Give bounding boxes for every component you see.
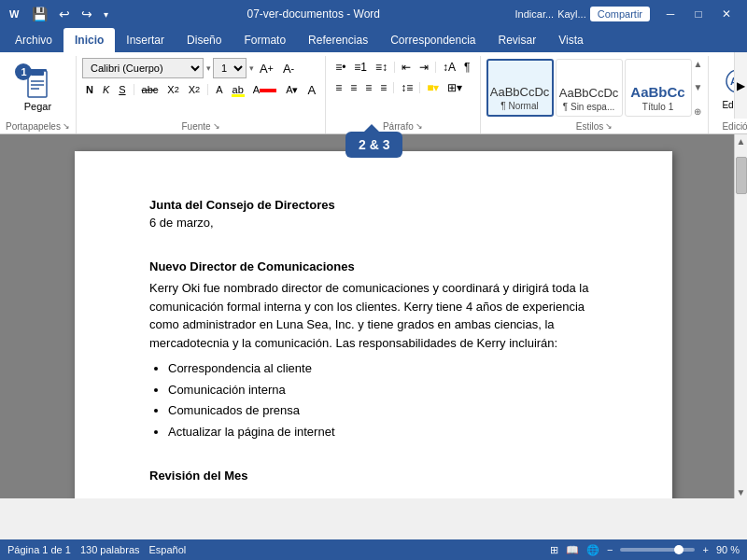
show-marks-button[interactable]: ¶ bbox=[460, 58, 473, 77]
decrease-indent-button[interactable]: ⇤ bbox=[398, 58, 415, 77]
paste-button[interactable]: 1 Pegar bbox=[19, 65, 56, 114]
restore-button[interactable]: □ bbox=[685, 1, 712, 27]
subscript-button[interactable]: X2 bbox=[163, 80, 182, 99]
align-right-button[interactable]: ≡ bbox=[361, 78, 375, 97]
undo-qat-button[interactable]: ↩ bbox=[55, 5, 74, 23]
scroll-down-button[interactable]: ▼ bbox=[735, 485, 748, 498]
list-item: Actualizar la página de internet bbox=[168, 423, 598, 441]
multilevel-list-button[interactable]: ≡↕ bbox=[372, 58, 391, 77]
web-view-icon[interactable]: 🌐 bbox=[586, 544, 599, 556]
font-name-dropdown-icon: ▾ bbox=[206, 63, 211, 73]
paste-label: Pegar bbox=[24, 101, 51, 112]
style-titulo1-preview: AaBbCc bbox=[630, 84, 684, 100]
style-sin-espacio[interactable]: AaBbCcDc ¶ Sin espa... bbox=[556, 59, 623, 117]
fuente-expand-icon[interactable]: ↘ bbox=[213, 121, 220, 131]
borders-button[interactable]: ⊞▾ bbox=[444, 78, 466, 97]
font-size-dropdown-icon: ▾ bbox=[249, 63, 254, 73]
portapapeles-expand-icon[interactable]: ↘ bbox=[63, 121, 70, 131]
highlight-button[interactable]: ab bbox=[229, 80, 247, 99]
title-bar-left: W 💾 ↩ ↪ ▾ bbox=[7, 5, 112, 23]
increase-indent-button[interactable]: ⇥ bbox=[416, 58, 432, 77]
group-estilos: AaBbCcDc ¶ Normal AaBbCcDc ¶ Sin espa...… bbox=[481, 56, 710, 133]
font-size-decrease-button[interactable]: A- bbox=[279, 59, 298, 77]
tab-formato[interactable]: Formato bbox=[233, 28, 297, 52]
style-normal-preview: AaBbCcDc bbox=[490, 85, 550, 99]
portapapeles-label: Portapapeles ↘ bbox=[6, 119, 70, 133]
ribbon-scroll-right[interactable]: ▶ bbox=[734, 52, 747, 119]
font-name-select[interactable]: Calibri (Cuerpo) bbox=[82, 58, 204, 78]
tab-correspondencia[interactable]: Correspondencia bbox=[379, 28, 486, 52]
numbered-list-button[interactable]: ≡1 bbox=[350, 58, 371, 77]
font-size-options-button[interactable]: A▾ bbox=[282, 80, 302, 99]
qat-dropdown-button[interactable]: ▾ bbox=[100, 7, 112, 21]
doc-heading: Junta del Consejo de Directores bbox=[149, 198, 598, 212]
share-button[interactable]: Compartir bbox=[590, 7, 650, 21]
tab-vista[interactable]: Vista bbox=[547, 28, 594, 52]
tab-revisar[interactable]: Revisar bbox=[487, 28, 548, 52]
style-titulo1[interactable]: AaBbCc Título 1 bbox=[625, 59, 692, 117]
status-left: Página 1 de 1 130 palabras Español bbox=[7, 544, 186, 555]
shading-button[interactable]: ■▾ bbox=[423, 78, 443, 97]
line-spacing-button[interactable]: ↕≡ bbox=[397, 78, 416, 97]
styles-more-button[interactable]: ⊕ bbox=[694, 106, 703, 117]
tab-insertar[interactable]: Insertar bbox=[115, 28, 176, 52]
zoom-thumb[interactable] bbox=[674, 545, 684, 554]
zoom-plus-button[interactable]: + bbox=[702, 544, 708, 555]
zoom-minus-button[interactable]: − bbox=[607, 544, 613, 555]
italic-button[interactable]: K bbox=[99, 80, 113, 99]
sort-button[interactable]: ↕A bbox=[439, 58, 459, 77]
align-left-button[interactable]: ≡ bbox=[331, 78, 345, 97]
save-qat-button[interactable]: 💾 bbox=[28, 5, 51, 23]
justify-button[interactable]: ≡ bbox=[376, 78, 390, 97]
list-item: Comunicación interna bbox=[168, 381, 598, 399]
window-controls: ─ □ ✕ bbox=[657, 1, 740, 27]
font-size-select[interactable]: 14 bbox=[213, 58, 247, 78]
page-info: Página 1 de 1 bbox=[7, 544, 71, 555]
read-view-icon[interactable]: 📖 bbox=[566, 544, 579, 556]
status-bar: Página 1 de 1 130 palabras Español ⊞ 📖 🌐… bbox=[0, 539, 747, 560]
minimize-button[interactable]: ─ bbox=[657, 1, 684, 27]
tab-diseno[interactable]: Diseño bbox=[176, 28, 233, 52]
font-color-button[interactable]: A bbox=[249, 80, 280, 99]
ribbon-tabs: Archivo Inicio Insertar Diseño Formato R… bbox=[0, 28, 747, 52]
svg-rect-4 bbox=[31, 71, 44, 76]
zoom-level: 90 % bbox=[716, 544, 740, 555]
estilos-expand-icon[interactable]: ↘ bbox=[605, 121, 613, 131]
callout-bubble: 2 & 3 bbox=[345, 132, 402, 158]
bold-button[interactable]: N bbox=[82, 80, 97, 99]
font-format-row: N K S abc X2 X2 A ab A bbox=[82, 80, 319, 99]
scroll-up-button[interactable]: ▲ bbox=[735, 134, 748, 147]
bullet-list-button[interactable]: ≡• bbox=[331, 58, 349, 77]
underline-button[interactable]: S bbox=[115, 80, 129, 99]
redo-qat-button[interactable]: ↪ bbox=[78, 5, 96, 23]
layout-view-icon[interactable]: ⊞ bbox=[550, 544, 558, 556]
strikethrough-button[interactable]: abc bbox=[138, 80, 162, 99]
user-area: Indicar... Kayl... Compartir bbox=[515, 7, 650, 21]
styles-scroll-up-button[interactable]: ▲ bbox=[694, 59, 703, 69]
superscript-button[interactable]: X2 bbox=[185, 80, 204, 99]
parrafo-expand-icon[interactable]: ↘ bbox=[416, 121, 423, 131]
scroll-thumb[interactable] bbox=[736, 157, 747, 194]
language: Español bbox=[149, 544, 187, 555]
zoom-slider[interactable] bbox=[620, 548, 695, 552]
close-button[interactable]: ✕ bbox=[713, 1, 740, 27]
estilos-label: Estilos ↘ bbox=[486, 119, 703, 133]
styles-scroll-down-button[interactable]: ▼ bbox=[694, 82, 703, 92]
style-normal[interactable]: AaBbCcDc ¶ Normal bbox=[486, 59, 554, 117]
align-center-button[interactable]: ≡ bbox=[346, 78, 360, 97]
paste-badge: 1 bbox=[15, 63, 32, 80]
document-page: Junta del Consejo de Directores 6 de mar… bbox=[75, 151, 672, 498]
font-size-reduce-button[interactable]: A bbox=[303, 80, 319, 99]
fuente-label: Fuente ↘ bbox=[82, 119, 319, 133]
doc-section1-body: Kerry Oki fue nombrado director de comun… bbox=[149, 279, 598, 352]
font-size-increase-button[interactable]: A+ bbox=[256, 59, 277, 77]
tab-archivo[interactable]: Archivo bbox=[4, 28, 63, 52]
list-format-row: ≡• ≡1 ≡↕ ⇤ ⇥ ↕A ¶ bbox=[331, 58, 473, 77]
style-titulo1-label: Título 1 bbox=[642, 102, 673, 112]
tab-inicio[interactable]: Inicio bbox=[63, 28, 115, 52]
list-item: Correspondencia al cliente bbox=[168, 359, 598, 378]
doc-section1-title: Nuevo Director de Comunicaciones bbox=[149, 259, 598, 273]
text-effects-button[interactable]: A bbox=[212, 80, 226, 99]
tab-referencias[interactable]: Referencias bbox=[297, 28, 379, 52]
svg-text:W: W bbox=[9, 8, 20, 20]
